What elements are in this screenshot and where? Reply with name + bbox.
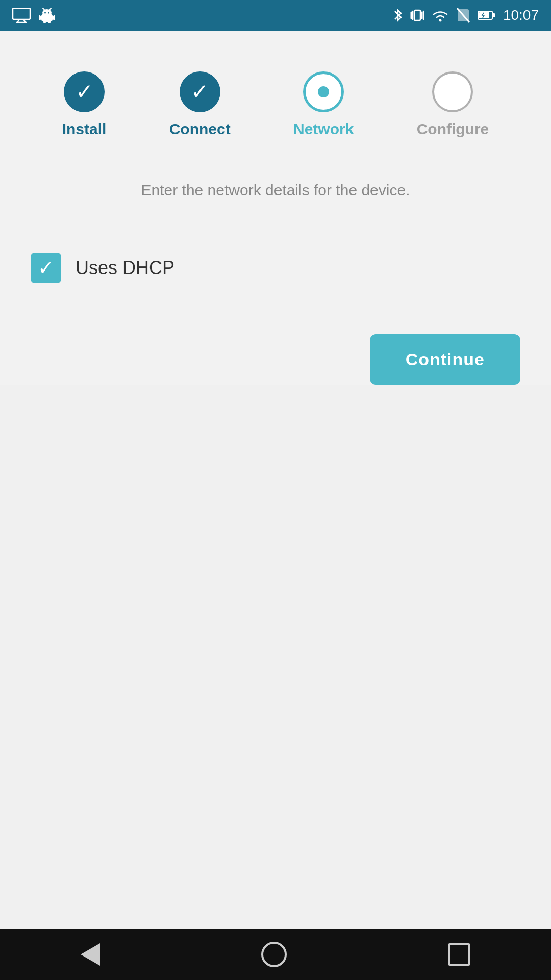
step-item-connect: ✓ Connect [169, 71, 231, 138]
network-active-dot [318, 86, 329, 97]
step-circle-connect: ✓ [180, 71, 220, 112]
install-check-icon: ✓ [76, 81, 93, 103]
status-time: 10:07 [503, 7, 539, 23]
status-bar: 10:07 [0, 0, 551, 31]
step-label-install: Install [62, 120, 107, 138]
home-icon [261, 942, 287, 967]
svg-line-9 [43, 8, 44, 10]
step-circle-install: ✓ [64, 71, 105, 112]
status-bar-left [12, 7, 55, 23]
wifi-icon [432, 8, 449, 22]
connect-check-icon: ✓ [191, 81, 209, 103]
main-content: ✓ Install ✓ Connect Network Configure En… [0, 31, 551, 385]
nav-home-button[interactable] [261, 942, 287, 967]
monitor-icon [12, 8, 31, 23]
back-icon [81, 943, 100, 966]
step-circle-configure [432, 71, 473, 112]
svg-rect-12 [53, 15, 55, 20]
svg-rect-14 [48, 20, 51, 23]
sim-icon [456, 7, 470, 23]
svg-rect-13 [43, 20, 46, 23]
dhcp-check-icon: ✓ [38, 258, 54, 278]
nav-back-button[interactable] [81, 943, 100, 966]
step-label-network: Network [293, 120, 354, 138]
continue-btn-wrapper: Continue [31, 334, 520, 385]
svg-rect-11 [39, 15, 41, 20]
step-label-connect: Connect [169, 120, 231, 138]
dhcp-row: ✓ Uses DHCP [31, 242, 520, 293]
continue-button[interactable]: Continue [370, 334, 520, 385]
dhcp-checkbox[interactable]: ✓ [31, 253, 61, 283]
recent-icon [448, 943, 470, 966]
svg-rect-0 [13, 8, 30, 19]
svg-point-6 [42, 9, 52, 16]
nav-recent-button[interactable] [448, 943, 470, 966]
svg-line-10 [49, 8, 51, 10]
step-item-install: ✓ Install [62, 71, 107, 138]
vibrate-icon [410, 7, 424, 23]
svg-rect-15 [414, 10, 420, 20]
svg-point-7 [44, 12, 46, 14]
step-item-network: Network [293, 71, 354, 138]
android-icon [39, 7, 55, 23]
svg-point-8 [48, 12, 49, 14]
svg-rect-25 [493, 13, 495, 17]
status-bar-right: 10:07 [393, 7, 539, 23]
battery-icon [478, 10, 496, 21]
bluetooth-icon [393, 7, 403, 23]
step-indicator: ✓ Install ✓ Connect Network Configure [31, 61, 520, 148]
step-circle-network [303, 71, 344, 112]
dhcp-label: Uses DHCP [76, 257, 174, 279]
svg-point-20 [439, 19, 441, 22]
network-description: Enter the network details for the device… [31, 179, 520, 202]
nav-bar [0, 929, 551, 980]
step-label-configure: Configure [417, 120, 489, 138]
step-item-configure: Configure [417, 71, 489, 138]
